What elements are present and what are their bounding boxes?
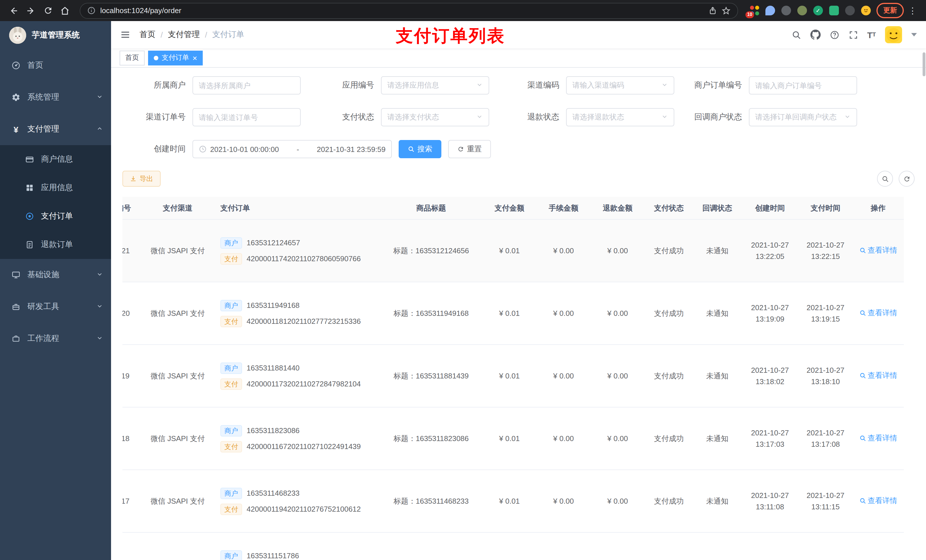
app-select[interactable]: 请选择应用信息 <box>381 76 489 95</box>
table-body: 121 微信 JSAPI 支付 商户 1635312124657 支付 4200… <box>123 220 904 560</box>
browser-forward-button[interactable] <box>23 3 39 18</box>
cell-notify-status: 未通知 <box>693 496 741 507</box>
payment-submenu: 商户信息 应用信息 支付订单 退款订单 <box>0 145 111 259</box>
pay-date: 2021-10-27 <box>801 302 850 313</box>
cell-id: 120 <box>123 308 141 319</box>
filter-label: 创建时间 <box>123 144 192 154</box>
address-bar[interactable]: localhost:1024/pay/order <box>80 3 738 18</box>
merchant-order-no: 1635311151786 <box>247 550 299 560</box>
extension-chat-icon[interactable] <box>829 6 839 15</box>
notify-status-select[interactable]: 请选择订单回调商户状态 <box>749 108 857 126</box>
chevron-down-icon <box>661 112 668 122</box>
browser-back-button[interactable] <box>6 3 22 18</box>
pay-tag: 支付 <box>220 441 242 452</box>
sidebar-item-devtools[interactable]: 研发工具 <box>0 291 111 323</box>
cell-refund: ¥ 0.00 <box>590 433 645 444</box>
gear-icon <box>11 93 21 102</box>
refresh-table-button[interactable] <box>899 171 915 187</box>
fullscreen-icon[interactable] <box>848 30 858 39</box>
user-avatar[interactable] <box>885 26 902 43</box>
bookmark-star-icon[interactable] <box>722 6 731 15</box>
extension-check-icon[interactable]: ✓ <box>813 6 823 15</box>
cell-pay-order: 商户 1635312124657 支付 42000011742021102780… <box>215 237 380 264</box>
share-icon[interactable] <box>708 6 717 15</box>
filter-merchant-order-no: 商户订单编号 <box>674 76 857 95</box>
tab-home[interactable]: 首页 <box>120 50 145 65</box>
cell-pay-status: 支付成功 <box>645 496 693 507</box>
pay-status-select[interactable]: 请选择支付状态 <box>381 108 489 126</box>
scrollbar-thumb[interactable] <box>923 52 925 76</box>
cell-pay-order: 商户 1635311949168 支付 42000011812021102777… <box>215 300 380 327</box>
top-navbar: 首页 / 支付管理 / 支付订单 支付订单列表 TT <box>111 21 926 48</box>
merchant-input-field[interactable] <box>199 81 294 90</box>
extension-pin-icon[interactable] <box>845 6 855 15</box>
page-content: 所属商户 应用编号 请选择应用信息 渠道编码 请输入渠道编码 <box>111 68 926 560</box>
browser-menu-button[interactable]: ⋮ <box>905 5 920 16</box>
sidebar-item-workflow[interactable]: 工作流程 <box>0 323 111 355</box>
filter-label: 渠道编码 <box>489 80 566 91</box>
extension-emoji-icon[interactable] <box>861 6 871 15</box>
col-create-time: 创建时间 <box>741 203 799 213</box>
cell-amount: ¥ 0.01 <box>483 370 536 382</box>
sidebar-item-system[interactable]: 系统管理 <box>0 82 111 113</box>
sidebar-item-refund-order[interactable]: 退款订单 <box>0 231 111 259</box>
breadcrumb-home[interactable]: 首页 <box>139 30 156 40</box>
select-placeholder: 请选择支付状态 <box>387 112 473 122</box>
search-icon[interactable] <box>791 30 801 39</box>
merchant-order-no-input-field[interactable] <box>755 81 851 90</box>
sidebar-item-label: 支付管理 <box>27 124 59 134</box>
extension-drop-icon[interactable] <box>766 6 775 15</box>
filter-app: 应用编号 请选择应用信息 <box>301 76 489 95</box>
channel-order-no-input-field[interactable] <box>199 113 294 122</box>
sidebar-item-home[interactable]: 首页 <box>0 50 111 82</box>
help-icon[interactable] <box>829 30 839 39</box>
view-detail-link[interactable]: 查看详情 <box>859 307 897 318</box>
sidebar-toggle-icon[interactable] <box>120 30 130 40</box>
close-icon[interactable]: × <box>192 54 197 62</box>
github-icon[interactable] <box>810 30 820 40</box>
extension-colordots-icon[interactable]: 10 <box>749 6 759 15</box>
reset-button[interactable]: 重置 <box>448 140 491 158</box>
sidebar-item-app-info[interactable]: 应用信息 <box>0 174 111 202</box>
extension-gray-icon[interactable] <box>781 6 791 15</box>
view-detail-link[interactable]: 查看详情 <box>859 245 897 256</box>
view-detail-link[interactable]: 查看详情 <box>859 370 897 381</box>
url-text[interactable]: localhost:1024/pay/order <box>100 6 704 15</box>
merchant-order-no-input[interactable] <box>749 76 857 95</box>
sidebar-item-pay-order[interactable]: 支付订单 <box>0 202 111 231</box>
view-detail-link[interactable]: 查看详情 <box>859 495 897 506</box>
magnifier-icon <box>859 309 866 316</box>
cell-create-time: 2021-10-27 13:18:02 <box>741 365 799 387</box>
merchant-input[interactable] <box>192 76 301 95</box>
view-detail-link[interactable]: 查看详情 <box>859 433 897 444</box>
refund-status-select[interactable]: 请选择退款状态 <box>566 108 674 126</box>
create-time-range-picker[interactable]: 2021-10-01 00:00:00 - 2021-10-31 23:59:5… <box>192 140 392 158</box>
toggle-search-button[interactable] <box>877 171 893 187</box>
sidebar-item-merchant-info[interactable]: 商户信息 <box>0 145 111 174</box>
font-size-icon[interactable]: TT <box>867 30 876 39</box>
tab-pay-order[interactable]: 支付订单 × <box>148 50 203 65</box>
pay-date: 2021-10-27 <box>801 240 850 251</box>
channel-code-select[interactable]: 请输入渠道编码 <box>566 76 674 95</box>
sidebar-item-payment[interactable]: ¥ 支付管理 <box>0 113 111 145</box>
browser-home-button[interactable] <box>57 3 73 18</box>
col-pay-time: 支付时间 <box>799 203 853 213</box>
browser-update-button[interactable]: 更新 <box>876 3 904 18</box>
sidebar-item-infra[interactable]: 基础设施 <box>0 259 111 291</box>
magnifier-icon <box>859 435 866 441</box>
avatar-caret-icon[interactable] <box>911 33 917 36</box>
extension-olive-icon[interactable] <box>797 6 807 15</box>
site-info-icon[interactable] <box>87 6 96 15</box>
export-button[interactable]: 导出 <box>123 171 160 187</box>
logo-avatar <box>9 27 26 44</box>
col-notify-status: 回调状态 <box>693 203 741 213</box>
search-button[interactable]: 搜索 <box>399 140 441 158</box>
col-actions: 操作 <box>853 203 904 213</box>
app-logo[interactable]: 芋道管理系统 <box>0 21 111 50</box>
channel-order-no-input[interactable] <box>192 108 301 126</box>
breadcrumb-level1[interactable]: 支付管理 <box>168 30 200 40</box>
chevron-up-icon <box>96 125 103 134</box>
view-detail-label: 查看详情 <box>868 495 897 506</box>
table-row: 119 微信 JSAPI 支付 商户 1635311881440 支付 4200… <box>123 345 904 408</box>
browser-reload-button[interactable] <box>40 3 56 18</box>
